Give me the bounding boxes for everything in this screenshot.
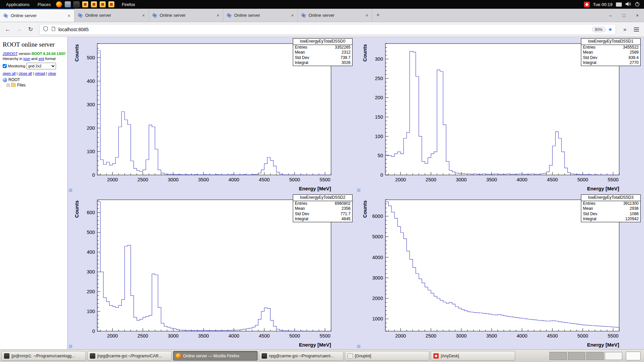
histogram-pad-dssd2[interactable]: 2000250030003500400045005000550001002003… bbox=[68, 193, 356, 349]
jsroot-favicon bbox=[77, 13, 83, 18]
terminal-launcher-icon[interactable] bbox=[73, 1, 79, 7]
maximize-button[interactable]: □ bbox=[617, 13, 631, 18]
applications-menu[interactable]: Applications bbox=[3, 2, 32, 7]
open-all-link[interactable]: open all bbox=[3, 71, 16, 75]
taskbar-item-terminal-2[interactable]: [npg@carme-gsi:~/Programs/CAR... bbox=[87, 351, 172, 361]
workspace-4[interactable] bbox=[605, 352, 622, 360]
firefox-launcher-icon[interactable] bbox=[56, 1, 62, 7]
tab-online-server-4[interactable]: Online server × bbox=[223, 9, 298, 22]
tab-online-server-3[interactable]: Online server × bbox=[149, 9, 223, 22]
forward-button[interactable]: → bbox=[14, 26, 24, 33]
monitoring-checkbox[interactable] bbox=[3, 64, 7, 68]
workspace-1[interactable] bbox=[549, 352, 567, 360]
reload-button[interactable]: ↻ bbox=[25, 26, 36, 33]
svg-text:200: 200 bbox=[87, 125, 95, 131]
zoom-badge[interactable]: 80% bbox=[592, 27, 606, 32]
expand-icon[interactable]: + bbox=[7, 84, 10, 87]
version-line: JSROOT version ROOT 6.24.04 13/07/.. bbox=[3, 52, 65, 56]
pad-resize-handle[interactable] bbox=[357, 345, 360, 348]
tree-item-files[interactable]: + Files bbox=[7, 83, 65, 87]
svg-text:250: 250 bbox=[375, 76, 383, 81]
taskbar-item-firefox[interactable]: Online server — Mozilla Firefox bbox=[173, 351, 258, 361]
active-app-label[interactable]: Firefox bbox=[122, 2, 135, 7]
y-axis-title: Counts bbox=[362, 200, 368, 218]
stats-box[interactable]: lowEnergyEyTotalDSSD2Entries6960802Mean2… bbox=[293, 194, 353, 222]
close-tab-icon[interactable]: × bbox=[290, 13, 294, 18]
taskbar-item-anydesk[interactable]: [AnyDesk] bbox=[431, 351, 515, 361]
volume-icon[interactable] bbox=[625, 1, 631, 8]
stats-box[interactable]: lowEnergyEyTotalDSSD1Entries3455522Mean2… bbox=[581, 38, 641, 66]
jsroot-favicon bbox=[3, 13, 8, 18]
pad-resize-handle[interactable] bbox=[69, 189, 72, 192]
back-button[interactable]: ← bbox=[3, 26, 13, 33]
new-tab-button[interactable]: + bbox=[372, 9, 384, 22]
top-bar-right: Tue 00:19 bbox=[584, 1, 644, 8]
close-window-button[interactable]: × bbox=[631, 13, 644, 18]
stat-row: Integral4845 bbox=[293, 217, 352, 222]
mathematica-launcher-icon-2[interactable] bbox=[91, 1, 97, 7]
stats-title: lowEnergyEyTotalDSSD2 bbox=[293, 195, 352, 201]
shield-icon[interactable] bbox=[43, 26, 48, 33]
stat-row: Integral120942 bbox=[581, 217, 640, 222]
minimize-button[interactable]: – bbox=[604, 13, 617, 18]
taskbar-item-gnuplot[interactable]: [Gnuplot] bbox=[345, 351, 429, 361]
anydesk-tray-icon[interactable] bbox=[584, 2, 590, 7]
xml-link[interactable]: xml bbox=[38, 57, 44, 61]
places-menu[interactable]: Places bbox=[35, 2, 53, 7]
histogram-pad-dssd3[interactable]: 2000250030003500400045005000550010002000… bbox=[356, 193, 644, 349]
workspace-2[interactable] bbox=[568, 352, 585, 360]
page-info-icon[interactable] bbox=[51, 26, 56, 33]
svg-text:3000: 3000 bbox=[456, 177, 467, 182]
taskbar-item-terminal-1[interactable]: [pi@nnrpi1: ~/Programs/caenlogg... bbox=[1, 351, 86, 361]
pad-resize-handle[interactable] bbox=[69, 345, 72, 348]
window-controls: – □ × bbox=[604, 9, 644, 22]
overflow-icon[interactable]: » bbox=[620, 26, 630, 33]
bookmark-star-icon[interactable]: ★ bbox=[608, 26, 612, 33]
mathematica-launcher-icon-3[interactable] bbox=[100, 1, 106, 7]
histogram-pad-dssd0[interactable]: 2000250030003500400045005000550001002003… bbox=[68, 37, 356, 193]
svg-text:500: 500 bbox=[87, 230, 95, 235]
svg-text:3500: 3500 bbox=[486, 177, 497, 182]
tree-item-root[interactable]: ROOT bbox=[3, 77, 65, 82]
tab-online-server-5[interactable]: Online server × bbox=[298, 9, 372, 22]
reload-link[interactable]: reload bbox=[35, 71, 45, 75]
svg-text:3500: 3500 bbox=[486, 333, 497, 339]
canvas-grid: 2000250030003500400045005000550001002003… bbox=[68, 37, 644, 349]
clear-link[interactable]: clear bbox=[48, 71, 56, 75]
mathematica-launcher-icon-1[interactable] bbox=[82, 1, 88, 7]
stat-row: Std Dev1086 bbox=[581, 212, 640, 217]
show-desktop-button[interactable] bbox=[626, 352, 641, 360]
taskbar-item-terminal-3[interactable]: npg@carme-gsi:~/Programs/caenl... bbox=[259, 351, 343, 361]
url-bar[interactable]: localhost:8085 80% ★ bbox=[40, 24, 616, 35]
stats-box[interactable]: lowEnergyEyTotalDSSD0Entries3352265Mean2… bbox=[293, 38, 353, 66]
terminal-icon bbox=[90, 353, 95, 359]
url-text[interactable]: localhost:8085 bbox=[58, 27, 590, 32]
json-link[interactable]: json bbox=[23, 57, 30, 61]
pad-resize-handle[interactable] bbox=[357, 189, 360, 192]
histogram-pad-dssd1[interactable]: 2000250030003500400045005000550005010015… bbox=[356, 37, 644, 193]
stats-box[interactable]: lowEnergyEyTotalDSSD3Entries3911300Mean2… bbox=[581, 194, 641, 222]
clock[interactable]: Tue 00:19 bbox=[593, 2, 612, 7]
close-tab-icon[interactable]: × bbox=[142, 13, 146, 18]
svg-text:4000: 4000 bbox=[517, 333, 527, 339]
grid-layout-select[interactable]: grid 2x2 bbox=[26, 63, 56, 69]
jsroot-link[interactable]: JSROOT bbox=[3, 52, 17, 56]
close-all-link[interactable]: close all bbox=[18, 71, 32, 75]
root-sphere-icon bbox=[3, 78, 7, 82]
tab-online-server-2[interactable]: Online server × bbox=[74, 9, 149, 22]
close-tab-icon[interactable]: × bbox=[216, 13, 220, 18]
close-tab-icon[interactable]: × bbox=[365, 13, 369, 18]
input-method-icon[interactable] bbox=[616, 2, 622, 7]
tab-title: Online server bbox=[160, 13, 214, 18]
tab-online-server-1[interactable]: Online server × bbox=[0, 9, 74, 22]
mathematica-launcher-icon-4[interactable] bbox=[108, 1, 114, 7]
files-launcher-icon[interactable] bbox=[65, 1, 71, 7]
menu-icon[interactable] bbox=[631, 24, 641, 35]
close-tab-icon[interactable]: × bbox=[67, 13, 71, 18]
stat-row: Mean2589 bbox=[581, 50, 640, 55]
svg-text:3000: 3000 bbox=[168, 333, 178, 339]
workspace-3[interactable] bbox=[586, 352, 604, 360]
svg-text:2000: 2000 bbox=[395, 177, 406, 182]
terminal-icon bbox=[262, 353, 267, 359]
power-icon[interactable] bbox=[635, 1, 640, 8]
